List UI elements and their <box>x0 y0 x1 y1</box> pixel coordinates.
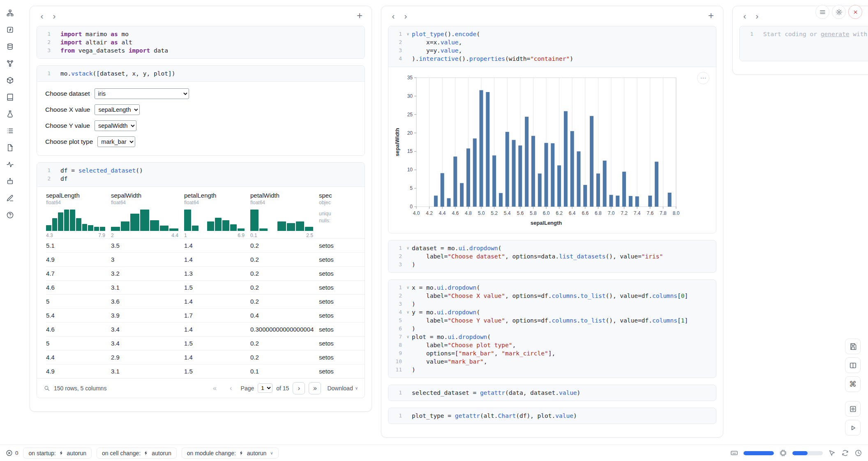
fold-chevron-icon[interactable]: ∨ <box>404 244 412 252</box>
table-column-header: specobjecuniqunulls: <box>319 192 365 238</box>
dependency-graph-icon[interactable] <box>3 56 17 70</box>
errors-indicator[interactable]: 0 <box>6 449 18 456</box>
table-cell: 3.4 <box>111 326 184 333</box>
keyboard-shortcuts-icon[interactable] <box>730 449 738 457</box>
dropdown-label: Choose plot type <box>45 138 93 145</box>
table-cell: 0.2 <box>250 340 319 347</box>
line-number: 2 <box>388 38 404 46</box>
notebook-workspace: ‹›+1import marimo as mo2import altair as… <box>20 0 868 445</box>
notebook-menu-button[interactable] <box>815 5 829 19</box>
notebook-cell: 1df = selected_dataset()2dfsepalLengthfl… <box>37 162 365 398</box>
line-number: 2 <box>388 292 404 300</box>
code-line: 1import marimo as mo <box>37 30 365 38</box>
outline-icon[interactable] <box>3 124 17 138</box>
notebook-cell: 1∨x = mo.ui.dropdown(2 label="Choose X v… <box>388 279 716 378</box>
fold-chevron-icon[interactable]: ∨ <box>404 284 412 292</box>
chart-actions-button[interactable]: ⋯ <box>697 72 709 84</box>
code-text: y=y.value, <box>412 46 462 55</box>
next-page-button[interactable]: › <box>293 382 305 394</box>
table-search-button[interactable] <box>44 385 50 392</box>
table-cell: 4.9 <box>46 256 111 263</box>
empty-code-editor[interactable]: 1Start coding or generate with AI <box>740 26 868 61</box>
code-text: import marimo as mo <box>60 30 129 38</box>
column-move-right-button[interactable]: › <box>48 9 60 22</box>
fold-chevron-icon[interactable]: ∨ <box>404 30 412 38</box>
table-row: 53.41.50.2setos <box>46 336 365 350</box>
documentation-icon[interactable] <box>3 90 17 104</box>
table-cell: setos <box>319 242 365 249</box>
code-editor[interactable]: 1plot_type = getattr(alt.Chart(df), plot… <box>388 408 716 424</box>
generate-with-ai-link[interactable]: generate <box>821 31 850 37</box>
help-icon[interactable] <box>3 208 17 222</box>
add-cell-button[interactable]: + <box>353 9 366 22</box>
table-cell: 3.9 <box>111 312 184 319</box>
code-editor[interactable]: 1∨dataset = mo.ui.dropdown(2 label="Choo… <box>388 240 716 272</box>
layout-select-button[interactable] <box>845 357 861 373</box>
choose-y-value-select[interactable]: sepalWidth <box>95 120 136 131</box>
runtime-config-on-cell-change[interactable]: on cell change:autorun <box>97 447 177 459</box>
keyboard-shortcuts-button[interactable]: ⌘ <box>845 376 861 392</box>
code-editor[interactable]: 1df = selected_dataset()2df <box>37 163 365 187</box>
previous-page-button[interactable]: ‹ <box>225 382 237 394</box>
sync-button[interactable] <box>841 449 849 457</box>
code-editor[interactable]: 1∨x = mo.ui.dropdown(2 label="Choose X v… <box>388 280 716 378</box>
code-line: 2df <box>37 175 365 183</box>
code-line: 8 label="Choose plot type", <box>388 341 716 349</box>
variables-icon[interactable] <box>3 23 17 37</box>
fold-gutter <box>53 30 60 38</box>
line-number: 2 <box>37 175 53 183</box>
page-select[interactable]: 1 <box>258 383 272 393</box>
column-move-left-button[interactable]: ‹ <box>36 9 48 22</box>
logs-icon[interactable] <box>3 141 17 154</box>
table-cell: 0.2 <box>250 270 319 277</box>
last-page-button[interactable]: » <box>309 382 321 394</box>
shutdown-button[interactable] <box>848 5 862 19</box>
runtime-config-on-module-change[interactable]: on module change:autorun∨ <box>182 447 279 459</box>
svg-text:0: 0 <box>410 204 413 210</box>
bar-chart[interactable]: 051015202530354.04.24.44.64.85.05.25.45.… <box>392 72 683 230</box>
fold-chevron-icon[interactable]: ∨ <box>404 333 412 341</box>
runtime-config-on-startup[interactable]: on startup:autorun <box>23 447 92 459</box>
column-move-left-button[interactable]: ‹ <box>387 9 399 22</box>
packages-icon[interactable] <box>3 73 17 87</box>
app-view-button[interactable] <box>845 401 861 417</box>
choose-plot-type-select[interactable]: mark_bar <box>97 136 135 147</box>
file-explorer-icon[interactable] <box>3 6 17 20</box>
table-row: 4.931.40.2setos <box>46 252 365 266</box>
download-button[interactable]: Download∨ <box>327 385 358 392</box>
save-button[interactable] <box>845 339 861 354</box>
dropdown-row: Choose plot typemark_bar <box>45 136 356 147</box>
ai-chat-icon[interactable] <box>3 174 17 188</box>
snippets-icon[interactable] <box>3 107 17 121</box>
code-line: 1∨x = mo.ui.dropdown( <box>388 284 716 292</box>
table-cell: setos <box>319 368 365 375</box>
choose-x-value-select[interactable]: sepalLength <box>95 104 140 115</box>
fold-gutter <box>404 260 412 269</box>
cursor-button[interactable] <box>828 449 836 457</box>
settings-button[interactable] <box>832 5 846 19</box>
scratchpad-icon[interactable] <box>3 191 17 205</box>
add-cell-button[interactable]: + <box>705 9 717 22</box>
tracing-icon[interactable] <box>3 157 17 171</box>
svg-text:7.0: 7.0 <box>608 210 615 216</box>
dropdown-row: Choose X valuesepalLength <box>45 104 356 115</box>
column-2: ‹›+1∨plot_type().encode(2 x=x.value,3 y=… <box>381 6 723 438</box>
column-move-left-button[interactable]: ‹ <box>739 9 751 22</box>
data-sources-icon[interactable] <box>3 39 17 53</box>
code-editor[interactable]: 1mo.vstack([dataset, x, y, plot]) <box>37 66 365 82</box>
code-editor[interactable]: 1import marimo as mo2import altair as al… <box>37 26 365 58</box>
column-move-right-button[interactable]: › <box>399 9 412 22</box>
code-editor[interactable]: 1selected_dataset = getattr(data, datase… <box>388 385 716 401</box>
run-all-button[interactable] <box>845 420 861 436</box>
table-cell: 4.4 <box>46 354 111 361</box>
code-editor[interactable]: 1∨plot_type().encode(2 x=x.value,3 y=y.v… <box>388 26 716 67</box>
line-number: 1 <box>740 30 755 38</box>
fold-chevron-icon[interactable]: ∨ <box>404 308 412 316</box>
history-button[interactable] <box>854 449 862 457</box>
table-cell: 1.4 <box>184 326 250 333</box>
first-page-button[interactable]: « <box>209 382 221 394</box>
column-move-right-button[interactable]: › <box>751 9 763 22</box>
column-name: petalWidth <box>250 192 313 199</box>
choose-dataset-select[interactable]: iris <box>95 88 189 99</box>
code-line: 3) <box>388 260 716 269</box>
